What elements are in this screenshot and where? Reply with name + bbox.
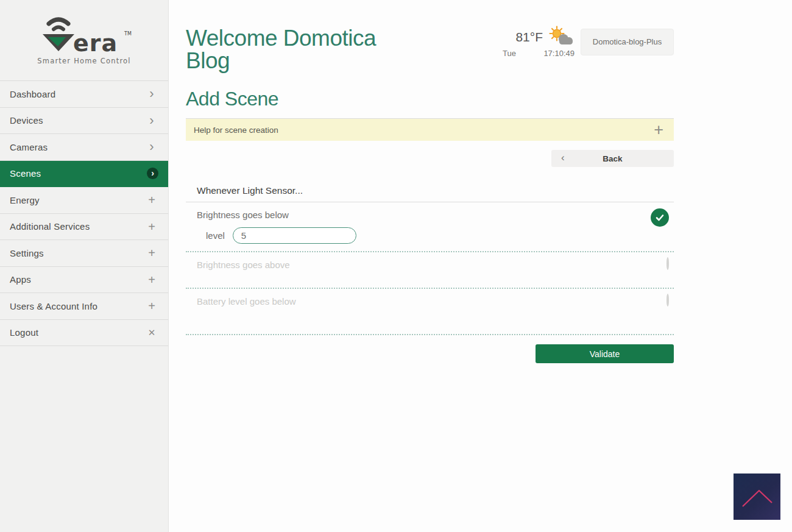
sidebar-item-devices[interactable]: Devices › [0, 108, 168, 135]
trigger-options-section: Whenever Light Sensor... Brightness goes… [186, 185, 674, 335]
sidebar: era TM Smarter Home Control Dashboard › … [0, 0, 169, 532]
logo-tagline: Smarter Home Control [37, 57, 130, 65]
unselected-radio-icon[interactable] [666, 294, 669, 307]
clock-time: 17:10:49 [543, 49, 575, 58]
plus-icon: + [145, 247, 158, 259]
trigger-option-label: Brightness goes below [197, 210, 289, 220]
close-icon: ✕ [145, 328, 158, 337]
sidebar-item-apps[interactable]: Apps + [0, 267, 168, 294]
sidebar-item-label: Users & Account Info [10, 301, 145, 311]
plus-icon: + [145, 194, 158, 206]
sidebar-item-label: Additional Services [10, 221, 145, 232]
plus-icon: + [145, 274, 158, 286]
level-input[interactable] [233, 227, 356, 244]
trigger-option-label: Battery level goes below [197, 296, 296, 307]
sidebar-item-label: Devices [10, 115, 145, 126]
sidebar-item-cameras[interactable]: Cameras › [0, 134, 168, 161]
back-button-label: Back [603, 154, 622, 163]
trigger-option-label: Brightness goes above [197, 260, 290, 270]
vera-logo-icon: era TM Smarter Home Control [35, 13, 133, 69]
divider [186, 334, 674, 335]
sidebar-item-label: Settings [10, 248, 145, 258]
sidebar-item-label: Energy [10, 195, 145, 205]
trigger-option-brightness-above[interactable]: Brightness goes above [186, 252, 674, 288]
level-field-label: level [206, 230, 225, 241]
logo-wordmark-text: era [73, 30, 118, 57]
logo-tm-text: TM [124, 31, 132, 37]
chevron-right-circle-icon: › [147, 168, 158, 179]
controller-select-button[interactable]: Domotica-blog-Plus [581, 29, 674, 55]
expand-plus-icon[interactable]: + [651, 122, 666, 138]
chevron-right-icon: › [145, 87, 158, 101]
sidebar-item-scenes[interactable]: Scenes › [0, 161, 168, 188]
page-title: Add Scene [186, 88, 674, 110]
welcome-heading: Welcome Domotica Blog [186, 27, 417, 72]
sidebar-item-logout[interactable]: Logout ✕ [0, 320, 168, 347]
validate-button[interactable]: Validate [536, 344, 674, 363]
day-label: Tue [503, 49, 516, 58]
chevron-up-icon [739, 484, 776, 509]
plus-icon: + [145, 221, 158, 233]
sidebar-item-label: Scenes [10, 168, 147, 179]
chevron-right-icon: › [145, 114, 158, 127]
weather-widget: 81°F [503, 26, 575, 58]
sidebar-item-settings[interactable]: Settings + [0, 240, 168, 267]
status-area: 81°F [503, 26, 674, 58]
sidebar-item-additional-services[interactable]: Additional Services + [0, 214, 168, 241]
chevron-right-icon: › [145, 140, 158, 154]
sidebar-item-dashboard[interactable]: Dashboard › [0, 81, 168, 108]
trigger-section-title: Whenever Light Sensor... [186, 185, 674, 202]
help-banner[interactable]: Help for scene creation + [186, 118, 674, 141]
sidebar-item-label: Apps [10, 274, 145, 285]
chevron-left-icon: ‹ [561, 152, 565, 164]
vera-app-window: era TM Smarter Home Control Dashboard › … [0, 0, 792, 532]
main-content: Welcome Domotica Blog 81°F [169, 0, 792, 532]
temperature-value: 81°F [515, 26, 543, 44]
sidebar-item-label: Logout [10, 327, 145, 338]
sidebar-item-users-account-info[interactable]: Users & Account Info + [0, 293, 168, 320]
back-button[interactable]: ‹ Back [551, 150, 674, 167]
sidebar-item-label: Cameras [10, 142, 145, 152]
trigger-option-battery-below[interactable]: Battery level goes below [186, 289, 674, 334]
sidebar-item-energy[interactable]: Energy + [0, 187, 168, 214]
unselected-radio-icon[interactable] [666, 257, 669, 270]
plus-icon: + [145, 300, 158, 312]
sidebar-nav: Dashboard › Devices › Cameras › Scenes ›… [0, 80, 168, 346]
selected-check-icon[interactable] [651, 208, 669, 227]
scroll-to-top-button[interactable] [734, 473, 780, 520]
sidebar-item-label: Dashboard [10, 89, 145, 99]
vera-logo: era TM Smarter Home Control [0, 0, 168, 80]
page-header: Welcome Domotica Blog 81°F [186, 0, 674, 85]
trigger-option-brightness-below[interactable]: Brightness goes below level [186, 202, 674, 251]
partly-cloudy-icon [546, 26, 575, 48]
help-banner-label: Help for scene creation [194, 126, 651, 135]
